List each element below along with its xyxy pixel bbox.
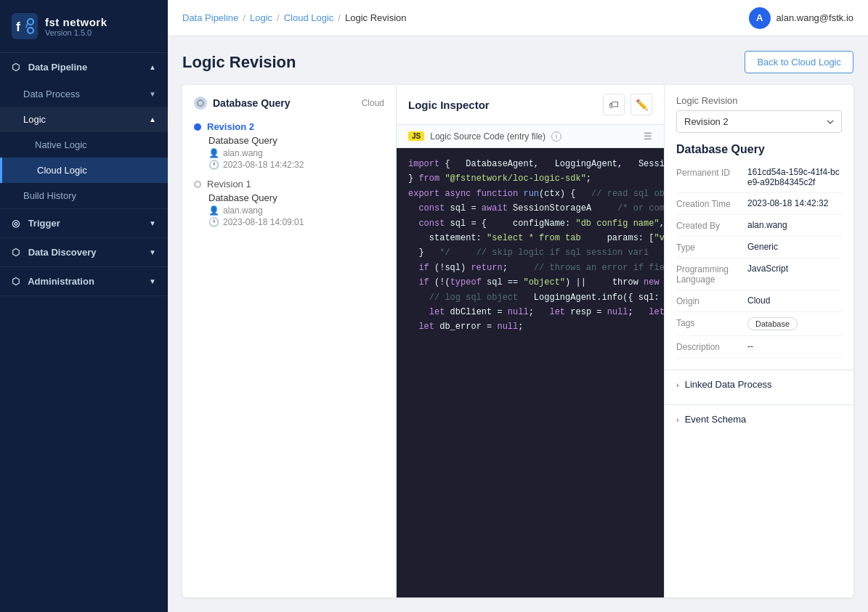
sidebar-item-logic[interactable]: Logic ▲: [0, 107, 168, 132]
detail-row-programming-language: Programming Language JavaScript: [676, 258, 842, 290]
chevron-down-icon-trigger: ▼: [149, 219, 156, 227]
revision-1-label: Revision 1: [207, 179, 251, 189]
revision-1-name: Database Query: [208, 192, 384, 203]
revision-1-header[interactable]: Revision 1: [194, 179, 384, 189]
linked-data-process-section[interactable]: › Linked Data Process: [665, 370, 853, 399]
code-line-8: // read sql object from session: [581, 189, 664, 199]
sidebar-section-header-data-discovery[interactable]: ⬡ Data Discovery ▼: [0, 238, 168, 266]
edit-icon-button[interactable]: ✏️: [630, 94, 652, 115]
code-line-26: // log sql object: [418, 293, 518, 303]
main-content: Data Pipeline / Logic / Cloud Logic / Lo…: [168, 0, 868, 612]
panels-container: Database Query Cloud Revision 2 Database…: [182, 85, 853, 597]
breadcrumb-current: Logic Revision: [345, 12, 407, 23]
logo: f fst network Version 1.5.0: [0, 0, 168, 53]
logic-node-icon: [194, 97, 207, 110]
sidebar-section-header-administration[interactable]: ⬡ Administration ▼: [0, 267, 168, 295]
code-line-15: params: ["value_1", "value_2": [586, 233, 664, 243]
info-icon[interactable]: i: [551, 131, 561, 142]
detail-row-created-by: Created By alan.wang: [676, 215, 842, 237]
revision-select[interactable]: Revision 2 Revision 1: [676, 110, 842, 133]
sidebar-item-data-process[interactable]: Data Process ▼: [0, 81, 168, 107]
revision-item-2: Revision 2 Database Query 👤 alan.wang 🕐 …: [194, 121, 384, 170]
tag-badge-database: Database: [747, 317, 798, 330]
expand-arrow-event: ›: [676, 415, 679, 424]
code-line-27: LoggingAgent.info({ sql: sql });: [523, 293, 664, 303]
chevron-up-icon-logic: ▲: [149, 115, 156, 123]
logic-detail-title: Database Query: [665, 133, 853, 162]
breadcrumb-item-data-pipeline[interactable]: Data Pipeline: [182, 12, 238, 23]
sidebar-section-label-data-discovery: Data Discovery: [28, 247, 97, 258]
clock-icon: 🕐: [208, 160, 219, 170]
chevron-down-icon-admin: ▼: [149, 277, 156, 285]
revision-item-1: Revision 1 Database Query 👤 alan.wang 🕐 …: [194, 179, 384, 227]
code-line-18: [455, 248, 461, 258]
code-line-16: }: [408, 248, 424, 258]
cloud-badge: Cloud: [362, 98, 384, 108]
code-line-31: let db_query_status = "error";: [638, 307, 664, 317]
event-schema-section[interactable]: › Event Schema: [665, 404, 853, 433]
code-line-13: configName: "db config name",: [492, 219, 664, 229]
sidebar-item-cloud-logic[interactable]: Cloud Logic: [0, 158, 168, 183]
detail-label-type: Type: [676, 242, 742, 253]
sidebar-section-data-discovery: ⬡ Data Discovery ▼: [0, 238, 168, 267]
trigger-icon: ◎: [12, 218, 20, 229]
revision-1-details: Database Query 👤 alan.wang 🕐 2023-08-18 …: [194, 192, 384, 227]
code-line-12: const sql = {: [408, 219, 487, 229]
detail-row-origin: Origin Cloud: [676, 290, 842, 312]
svg-text:f: f: [16, 20, 21, 34]
revision-1-timestamp: 2023-08-18 14:09:01: [223, 217, 304, 227]
code-line-10: [596, 203, 601, 213]
menu-icon[interactable]: ☰: [644, 131, 652, 142]
logic-name-title: Database Query: [213, 97, 291, 109]
left-panel-header: Database Query Cloud: [194, 97, 384, 110]
logo-text: fst network Version 1.5.0: [45, 16, 108, 37]
code-line-19: // skip logic if sql session vari: [466, 248, 649, 258]
chevron-up-icon: ▲: [149, 63, 156, 71]
code-line-6: [596, 174, 601, 184]
breadcrumb-item-cloud-logic[interactable]: Cloud Logic: [284, 12, 334, 23]
sidebar-section-administration: ⬡ Administration ▼: [0, 267, 168, 296]
revision-1-time-row: 🕐 2023-08-18 14:09:01: [208, 217, 384, 227]
code-line-11: /* or comment out the line above: [607, 203, 664, 213]
detail-label-creation-time: Creation Time: [676, 198, 742, 209]
detail-row-type: Type Generic: [676, 237, 842, 258]
detail-value-type: Generic: [747, 242, 778, 252]
right-panel-header: Logic Revision Revision 2 Revision 1: [665, 85, 853, 133]
breadcrumb-item-logic[interactable]: Logic: [250, 12, 272, 23]
sidebar-item-build-history[interactable]: Build History: [0, 183, 168, 208]
event-schema-label: Event Schema: [685, 414, 747, 425]
tag-icon-button[interactable]: 🏷: [603, 94, 625, 115]
detail-value-created-by: alan.wang: [747, 220, 787, 230]
data-discovery-icon: ⬡: [12, 247, 20, 258]
detail-value-creation-time: 2023-08-18 14:42:32: [747, 198, 828, 208]
user-icon: 👤: [208, 148, 219, 158]
revision-2-time-row: 🕐 2023-08-18 14:42:32: [208, 160, 384, 170]
avatar: A: [749, 7, 771, 29]
revision-2-header[interactable]: Revision 2: [194, 121, 384, 132]
code-panel-header: JS Logic Source Code (entry file) i ☰: [397, 125, 664, 148]
detail-label-created-by: Created By: [676, 220, 742, 231]
logic-inspector-title: Logic Inspector: [408, 99, 490, 111]
linked-data-process-label: Linked Data Process: [685, 379, 772, 390]
sidebar-section-label-data-pipeline: Data Pipeline: [28, 62, 88, 73]
data-pipeline-icon: ⬡: [12, 62, 20, 73]
breadcrumb: Data Pipeline / Logic / Cloud Logic / Lo…: [182, 12, 406, 23]
sidebar-section-label-trigger: Trigger: [28, 218, 60, 229]
sidebar-item-native-logic[interactable]: Native Logic: [0, 132, 168, 158]
code-line-1: import {: [408, 159, 450, 169]
clock-icon-1: 🕐: [208, 217, 219, 227]
back-to-cloud-logic-button[interactable]: Back to Cloud Logic: [745, 51, 853, 73]
chevron-right-icon: ▼: [149, 90, 156, 98]
left-panel: Database Query Cloud Revision 2 Database…: [182, 85, 397, 597]
sidebar-section-header-trigger[interactable]: ◎ Trigger ▼: [0, 209, 168, 237]
topbar: Data Pipeline / Logic / Cloud Logic / Lo…: [168, 0, 868, 36]
breadcrumb-sep-2: /: [277, 12, 280, 23]
revision-2-user-row: 👤 alan.wang: [208, 148, 384, 158]
logic-name-header: Database Query: [194, 97, 291, 110]
code-line-2: DatabaseAgent,: [455, 159, 539, 169]
sidebar-section-header-data-pipeline[interactable]: ⬡ Data Pipeline ▲: [0, 53, 168, 81]
detail-row-description: Description --: [676, 336, 842, 358]
detail-label-programming-language: Programming Language: [676, 264, 742, 285]
detail-label-permanent-id: Permanent ID: [676, 167, 742, 178]
app-version: Version 1.5.0: [45, 28, 108, 37]
